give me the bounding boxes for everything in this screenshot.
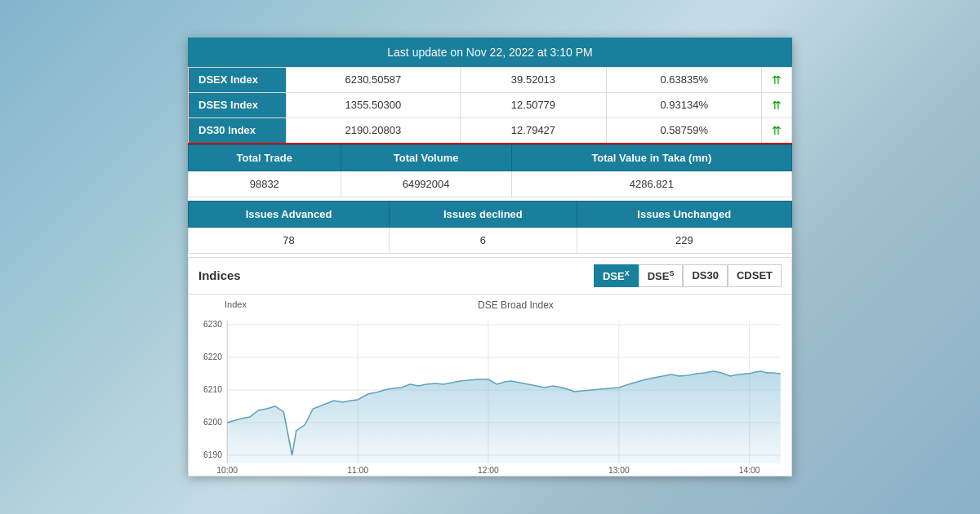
chart-wrapper: 6230 6220 6210 6200 6190 <box>195 312 785 476</box>
last-update-text: Last update on Nov 22, 2022 at 3:10 PM <box>387 46 592 59</box>
ds30-percent: 0.58759% <box>607 117 762 144</box>
svg-text:10:00: 10:00 <box>216 466 238 475</box>
total-trade-value: 98832 <box>189 171 341 197</box>
issues-header-row: Issues Advanced Issues declined Issues U… <box>189 201 792 227</box>
summary-table: Total Trade Total Volume Total Value in … <box>188 144 792 197</box>
chart-labels-top: Index DSE Broad Index <box>189 298 791 311</box>
dsex-change: 39.52013 <box>460 67 607 92</box>
issues-unchanged-header: Issues Unchanged <box>577 201 791 227</box>
issues-table: Issues Advanced Issues declined Issues U… <box>188 201 792 254</box>
chart-svg: 6230 6220 6210 6200 6190 <box>195 312 785 476</box>
summary-section: Total Trade Total Volume Total Value in … <box>188 144 792 197</box>
chart-title: DSE Broad Index <box>247 299 785 311</box>
svg-text:6190: 6190 <box>203 450 222 459</box>
indices-header: Indices DSEX DSES DS30 CDSET <box>189 258 791 295</box>
summary-header-row: Total Trade Total Volume Total Value in … <box>189 144 792 171</box>
svg-text:12:00: 12:00 <box>478 466 499 475</box>
dsex-index-label: DSEX Index <box>189 67 287 92</box>
total-value-value: 4286.821 <box>511 171 791 197</box>
up-arrow-icon: ⇈ <box>772 124 782 137</box>
total-volume-value: 64992004 <box>341 171 511 197</box>
tab-group: DSEX DSES DS30 CDSET <box>594 264 782 287</box>
total-value-header: Total Value in Taka (mn) <box>511 144 791 171</box>
issues-declined-header: Issues declined <box>390 201 577 227</box>
dses-index-label: DSES Index <box>189 92 287 117</box>
total-volume-header: Total Volume <box>341 144 511 171</box>
svg-text:11:00: 11:00 <box>347 466 368 475</box>
issues-advanced-value: 78 <box>189 227 390 253</box>
dsex-value: 6230.50587 <box>287 67 461 92</box>
dses-change: 12.50779 <box>460 92 607 117</box>
tab-cdset[interactable]: CDSET <box>728 264 782 287</box>
dses-percent: 0.93134% <box>607 92 762 117</box>
ds30-change: 12.79427 <box>460 117 607 144</box>
issues-advanced-header: Issues Advanced <box>189 201 390 227</box>
indices-section: Indices DSEX DSES DS30 CDSET Index DSE B… <box>188 257 792 476</box>
table-row: DS30 Index 2190.20803 12.79427 0.58759% … <box>189 117 792 144</box>
up-arrow-icon: ⇈ <box>772 99 782 112</box>
svg-text:6230: 6230 <box>203 320 222 329</box>
tab-ds30[interactable]: DS30 <box>683 264 728 287</box>
table-row: DSEX Index 6230.50587 39.52013 0.63835% … <box>189 67 792 92</box>
indices-title: Indices <box>198 268 241 282</box>
svg-text:6210: 6210 <box>203 385 222 394</box>
ds30-index-label: DS30 Index <box>189 117 287 144</box>
ds30-value: 2190.20803 <box>287 117 461 144</box>
svg-text:14:00: 14:00 <box>739 466 760 475</box>
issues-value-row: 78 6 229 <box>189 227 792 253</box>
svg-text:6200: 6200 <box>203 418 222 427</box>
dses-arrow: ⇈ <box>762 92 792 117</box>
tab-dses[interactable]: DSES <box>639 264 684 287</box>
index-table: DSEX Index 6230.50587 39.52013 0.63835% … <box>188 67 792 144</box>
header-bar: Last update on Nov 22, 2022 at 3:10 PM <box>188 38 792 67</box>
total-trade-header: Total Trade <box>189 144 341 171</box>
table-row: DSES Index 1355.50300 12.50779 0.93134% … <box>189 92 792 117</box>
issues-declined-value: 6 <box>390 227 577 253</box>
up-arrow-icon: ⇈ <box>772 73 782 86</box>
ds30-arrow: ⇈ <box>762 117 792 144</box>
index-label: Index <box>225 299 247 311</box>
dsex-arrow: ⇈ <box>762 67 792 92</box>
tab-dsex[interactable]: DSEX <box>594 264 639 287</box>
svg-text:6220: 6220 <box>203 352 222 361</box>
chart-area: Index DSE Broad Index 6230 6220 6210 620… <box>189 295 791 476</box>
main-panel: Last update on Nov 22, 2022 at 3:10 PM D… <box>188 38 792 476</box>
issues-unchanged-value: 229 <box>577 227 791 253</box>
svg-text:13:00: 13:00 <box>608 466 630 475</box>
dsex-percent: 0.63835% <box>607 67 762 92</box>
issues-section: Issues Advanced Issues declined Issues U… <box>188 201 792 254</box>
summary-value-row: 98832 64992004 4286.821 <box>189 171 792 197</box>
dses-value: 1355.50300 <box>287 92 461 117</box>
